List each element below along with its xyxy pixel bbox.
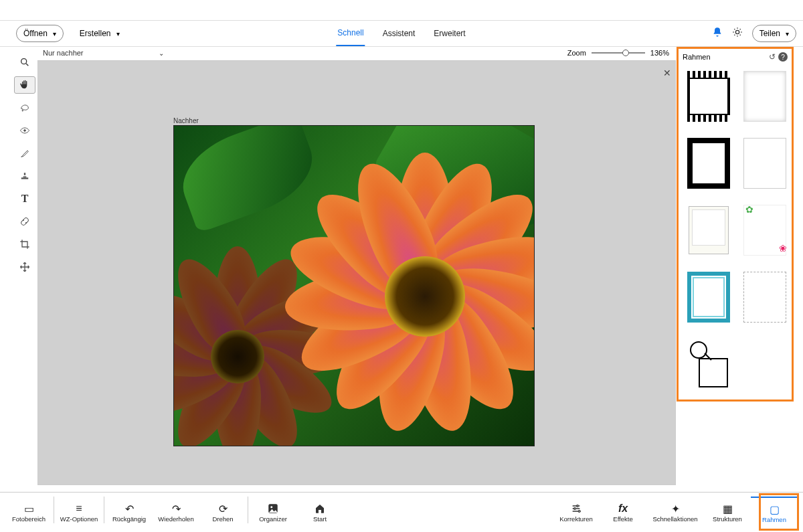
- close-icon[interactable]: ✕: [663, 68, 671, 78]
- organizer-label: Organizer: [259, 515, 287, 523]
- effekte-button[interactable]: fxEffekte: [600, 497, 646, 529]
- bell-icon[interactable]: [712, 27, 723, 40]
- after-label: Nachher: [173, 117, 199, 124]
- stamp-tool-icon[interactable]: [14, 167, 35, 185]
- frame-stamp[interactable]: [741, 270, 788, 325]
- frame-paper[interactable]: [741, 69, 788, 124]
- share-button[interactable]: Teilen ▾: [752, 25, 796, 42]
- fotobereich-button[interactable]: ▭Fotobereich: [5, 497, 52, 529]
- zoom-value: 136%: [650, 49, 669, 57]
- crop-tool-icon[interactable]: [14, 236, 35, 253]
- schnellaktionen-button[interactable]: ✦Schnellaktionen: [646, 497, 704, 529]
- chevron-down-icon: ▾: [116, 30, 120, 37]
- open-label: Öffnen: [23, 29, 48, 38]
- frame-polaroid[interactable]: [685, 203, 732, 258]
- rotate-button[interactable]: ⟳Drehen: [199, 497, 246, 529]
- adjust-icon: [571, 502, 582, 515]
- wzoptionen-label: WZ-Optionen: [60, 515, 98, 523]
- tool-options-icon: ≡: [76, 502, 82, 515]
- help-icon[interactable]: ?: [778, 52, 788, 62]
- frame-black[interactable]: [685, 136, 732, 191]
- redeye-tool-icon[interactable]: [14, 122, 35, 139]
- undo-icon: ↶: [125, 502, 134, 515]
- zoom-tool-icon[interactable]: [14, 54, 35, 71]
- svg-point-2: [24, 130, 26, 132]
- image-preview[interactable]: [173, 125, 535, 446]
- panel-title: Rahmen: [683, 53, 711, 61]
- svg-point-11: [578, 511, 580, 513]
- fotobereich-label: Fotobereich: [12, 515, 46, 523]
- texture-icon: ▦: [723, 502, 733, 515]
- wz-optionen-button[interactable]: ≡WZ-Optionen: [56, 497, 102, 529]
- redo-icon: ↷: [172, 502, 181, 515]
- svg-point-0: [735, 30, 739, 33]
- svg-rect-4: [20, 217, 29, 226]
- sparkle-icon: ✦: [671, 502, 680, 515]
- frame-floral[interactable]: [741, 203, 788, 258]
- frames-panel: Rahmen ↺ ?: [677, 47, 794, 402]
- korrekturen-button[interactable]: Korrekturen: [553, 497, 600, 529]
- move-tool-icon[interactable]: [14, 258, 35, 276]
- photo-bin-icon: ▭: [24, 502, 34, 515]
- svg-point-8: [270, 506, 272, 508]
- chevron-down-icon: ▾: [786, 30, 789, 37]
- rahmen-highlight-box: [759, 493, 799, 531]
- start-button[interactable]: Start: [296, 497, 343, 529]
- effekte-label: Effekte: [613, 515, 632, 523]
- svg-point-6: [25, 222, 26, 223]
- svg-point-9: [577, 505, 579, 507]
- undo-button[interactable]: ↶Rückgängig: [106, 497, 153, 529]
- lasso-tool-icon[interactable]: [14, 99, 35, 116]
- home-icon: [315, 502, 325, 515]
- fx-icon: fx: [618, 502, 628, 515]
- schnellaktionen-label: Schnellaktionen: [652, 515, 697, 523]
- create-label: Erstellen: [80, 29, 111, 38]
- zoom-thumb[interactable]: [622, 50, 629, 56]
- zoom-slider[interactable]: [592, 52, 645, 54]
- hand-tool-icon[interactable]: [14, 76, 35, 94]
- rotate-icon: ⟳: [219, 502, 228, 515]
- share-label: Teilen: [760, 29, 780, 38]
- rotate-label: Drehen: [212, 515, 233, 523]
- undo-label: Rückgängig: [112, 515, 146, 523]
- organizer-icon: [267, 502, 279, 515]
- open-button[interactable]: Öffnen ▾: [16, 25, 64, 42]
- view-mode-label[interactable]: Nur nachher: [43, 49, 84, 57]
- text-tool-icon[interactable]: T: [14, 190, 35, 207]
- svg-point-5: [23, 219, 23, 220]
- strukturen-button[interactable]: ▦Strukturen: [704, 497, 751, 529]
- redo-button[interactable]: ↷Wiederholen: [153, 497, 199, 529]
- heal-tool-icon[interactable]: [14, 213, 35, 230]
- redo-label: Wiederholen: [158, 515, 193, 523]
- brush-tool-icon[interactable]: [14, 145, 35, 162]
- frame-thin[interactable]: [741, 136, 788, 191]
- svg-point-1: [21, 59, 27, 64]
- strukturen-label: Strukturen: [713, 515, 742, 523]
- reset-icon[interactable]: ↺: [769, 52, 776, 62]
- chevron-down-icon[interactable]: ⌄: [159, 50, 164, 57]
- korrekturen-label: Korrekturen: [559, 515, 593, 523]
- zoom-label: Zoom: [567, 49, 586, 57]
- tab-schnell[interactable]: Schnell: [336, 21, 365, 46]
- tab-assistent[interactable]: Assistent: [381, 21, 417, 46]
- frame-filmstrip[interactable]: [685, 69, 732, 124]
- svg-point-10: [574, 508, 576, 510]
- canvas-area[interactable]: ✕ Nachher: [37, 60, 676, 485]
- tab-erweitert[interactable]: Erweitert: [432, 21, 466, 46]
- frame-magnifier[interactable]: [685, 337, 732, 391]
- start-label: Start: [313, 515, 327, 523]
- svg-rect-3: [21, 177, 29, 179]
- create-menu[interactable]: Erstellen ▾: [80, 29, 120, 38]
- chevron-down-icon: ▾: [53, 30, 56, 37]
- brightness-icon[interactable]: [732, 27, 743, 40]
- frame-teal[interactable]: [685, 270, 732, 325]
- organizer-button[interactable]: Organizer: [250, 497, 296, 529]
